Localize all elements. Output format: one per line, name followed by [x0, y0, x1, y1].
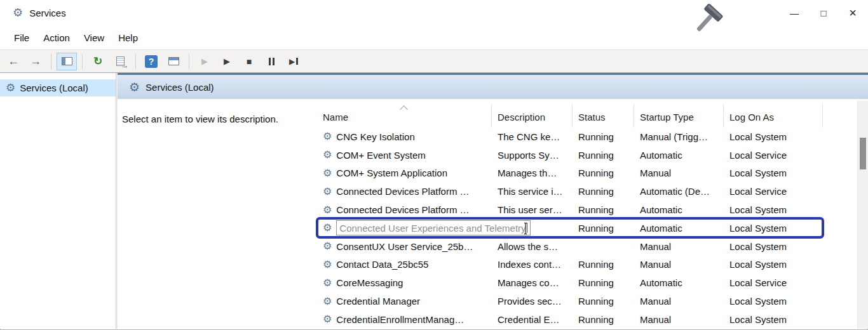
service-startup-cell: Manual — [634, 296, 724, 307]
table-row[interactable]: Connected User Experiences and Telemetry… — [317, 219, 823, 237]
ibeam-cursor-icon — [522, 222, 529, 235]
service-status-cell: Running — [573, 150, 634, 161]
service-logon-cell: Local System — [724, 204, 823, 215]
pause-service-button[interactable] — [261, 53, 281, 70]
resume-service-button[interactable]: ▶ — [217, 53, 237, 70]
service-gear-icon — [323, 205, 332, 215]
maximize-button[interactable]: □ — [809, 1, 838, 25]
service-name-cell[interactable]: COM+ Event System — [317, 150, 492, 161]
menu-bar: FileActionViewHelp — [0, 25, 868, 50]
table-row[interactable]: Contact Data_25bc55 Indexes cont… Runnin… — [317, 256, 823, 274]
service-startup-cell: Automatic — [634, 150, 724, 161]
service-startup-cell: Automatic — [634, 223, 724, 234]
console-tree-button[interactable] — [57, 53, 77, 70]
toolbar-separator — [189, 54, 189, 69]
column-header[interactable]: Description — [492, 103, 573, 128]
service-description-cell: Allows the s… — [492, 241, 573, 252]
service-name-cell[interactable]: CredentialEnrollmentManag… — [317, 314, 492, 325]
column-header[interactable]: Startup Type — [634, 103, 724, 128]
service-gear-icon — [323, 260, 332, 270]
column-header[interactable]: Name — [317, 103, 492, 128]
service-name-cell[interactable]: CoreMessaging — [317, 277, 492, 288]
table-row[interactable]: ConsentUX User Service_25b… Allows the s… — [317, 237, 823, 256]
table-row[interactable]: CredentialEnrollmentManag… Credential E…… — [317, 310, 823, 329]
service-status-cell: Running — [573, 296, 634, 307]
service-name-edit-box: Contact Data_25bc55 — [336, 259, 428, 270]
scrollbar-thumb[interactable] — [860, 138, 866, 169]
toolbar-separator — [82, 54, 83, 69]
service-status-cell: Running — [573, 168, 634, 178]
refresh-button[interactable]: ↻ — [88, 53, 108, 70]
service-status-cell: Running — [573, 277, 634, 288]
menu-action[interactable]: Action — [36, 25, 77, 50]
table-row[interactable]: COM+ Event System Supports Sy… Running — [317, 146, 823, 164]
service-logon-cell: Local System — [724, 168, 823, 178]
table-row[interactable]: CNG Key Isolation The CNG ke… Running — [317, 128, 823, 146]
service-name-cell[interactable]: CNG Key Isolation — [317, 131, 492, 142]
service-gear-icon — [323, 223, 332, 233]
service-status-cell: Running — [573, 131, 634, 142]
table-row[interactable]: CoreMessaging Manages co… Running — [317, 274, 823, 292]
service-startup-cell: Manual — [634, 168, 724, 178]
service-description-cell: The CNG ke… — [492, 131, 573, 142]
services-list: Name Description Status Startup Type Log… — [317, 103, 823, 329]
service-status-cell: Running — [573, 223, 634, 234]
vertical-scrollbar[interactable] — [857, 101, 868, 329]
window-title: Services — [29, 8, 66, 18]
service-name-edit-box: Credential Manager — [336, 296, 420, 307]
restart-service-button[interactable]: ▶ — [283, 53, 304, 70]
service-name-cell[interactable]: Contact Data_25bc55 — [317, 259, 492, 270]
toolbar-separator — [51, 54, 51, 69]
tree-item-services-local[interactable]: Services (Local) — [0, 79, 116, 96]
table-row[interactable]: Connected Devices Platform … This servic… — [317, 182, 823, 201]
service-name-edit-box: COM+ Event System — [336, 150, 425, 161]
services-app-icon — [13, 7, 23, 18]
service-name-cell[interactable]: Connected User Experiences and Telemetry — [317, 220, 492, 235]
service-name-cell[interactable]: Connected Devices Platform … — [317, 204, 492, 215]
service-startup-cell: Automatic — [634, 204, 724, 215]
service-name-cell[interactable]: COM+ System Application — [317, 168, 492, 178]
service-startup-cell: Manual — [634, 259, 724, 270]
service-startup-cell: Manual (Trigg… — [634, 131, 724, 142]
column-header[interactable]: Log On As — [724, 103, 823, 128]
service-gear-icon — [323, 241, 332, 251]
service-description-cell: Indexes cont… — [492, 259, 573, 270]
service-gear-icon — [323, 314, 332, 324]
start-service-button[interactable]: ▶ — [194, 53, 215, 70]
forward-button[interactable]: → — [25, 53, 46, 70]
window-controls: —□× — [780, 1, 867, 25]
back-button[interactable]: ← — [3, 53, 24, 70]
results-content: Select an item to view its description. … — [118, 101, 857, 329]
help-button[interactable]: ? — [141, 53, 161, 70]
action-pane-button[interactable] — [163, 53, 184, 70]
service-name-cell[interactable]: ConsentUX User Service_25b… — [317, 241, 492, 252]
export-list-button[interactable] — [110, 53, 130, 70]
service-logon-cell: Local System — [724, 259, 823, 270]
close-button[interactable]: × — [838, 1, 867, 25]
service-name-cell[interactable]: Connected Devices Platform … — [317, 186, 492, 197]
table-row[interactable]: Credential Manager Provides sec… Running — [317, 292, 823, 310]
service-name-edit-box: CredentialEnrollmentManag… — [336, 314, 464, 325]
column-header[interactable]: Status — [573, 103, 634, 128]
service-name-edit-box: CoreMessaging — [336, 277, 403, 288]
service-logon-cell: Local Service — [724, 277, 823, 288]
service-gear-icon — [323, 278, 332, 288]
service-description-cell: Credential E… — [492, 314, 573, 325]
services-node-icon — [6, 82, 15, 93]
menu-help[interactable]: Help — [111, 25, 145, 50]
service-name-edit-box: Connected Devices Platform … — [336, 186, 469, 197]
stop-service-button[interactable]: ■ — [239, 53, 259, 70]
table-row[interactable]: Connected Devices Platform … This user s… — [317, 201, 823, 219]
service-gear-icon — [323, 296, 332, 307]
minimize-button[interactable]: — — [780, 1, 809, 25]
results-pane-title: Services (Local) — [146, 82, 214, 93]
menu-view[interactable]: View — [77, 25, 111, 50]
service-gear-icon — [323, 187, 332, 197]
table-row[interactable]: COM+ System Application Manages th… Runn… — [317, 164, 823, 183]
menu-file[interactable]: File — [7, 25, 36, 50]
service-description-cell: Supports Sy… — [492, 150, 573, 161]
service-status-cell: Running — [573, 259, 634, 270]
service-name-cell[interactable]: Credential Manager — [317, 296, 492, 307]
list-rows: CNG Key Isolation The CNG ke… Running — [317, 128, 823, 329]
service-logon-cell: Local Service — [724, 186, 823, 197]
